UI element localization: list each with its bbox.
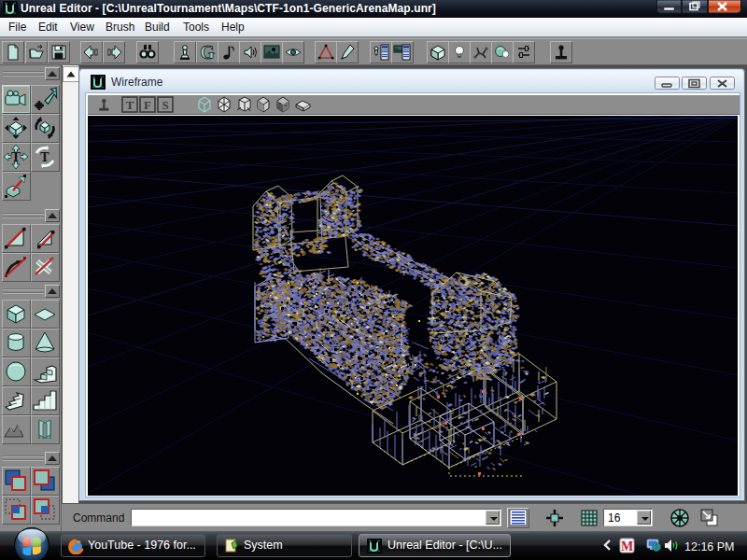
svg-text:S: S bbox=[162, 98, 168, 112]
svg-text:T: T bbox=[40, 150, 49, 164]
svg-text:T: T bbox=[126, 98, 134, 112]
svg-text:G: G bbox=[200, 42, 215, 63]
svg-text:M: M bbox=[621, 539, 633, 553]
svg-text:12:16 PM: 12:16 PM bbox=[684, 540, 735, 553]
svg-text:F: F bbox=[144, 98, 151, 112]
